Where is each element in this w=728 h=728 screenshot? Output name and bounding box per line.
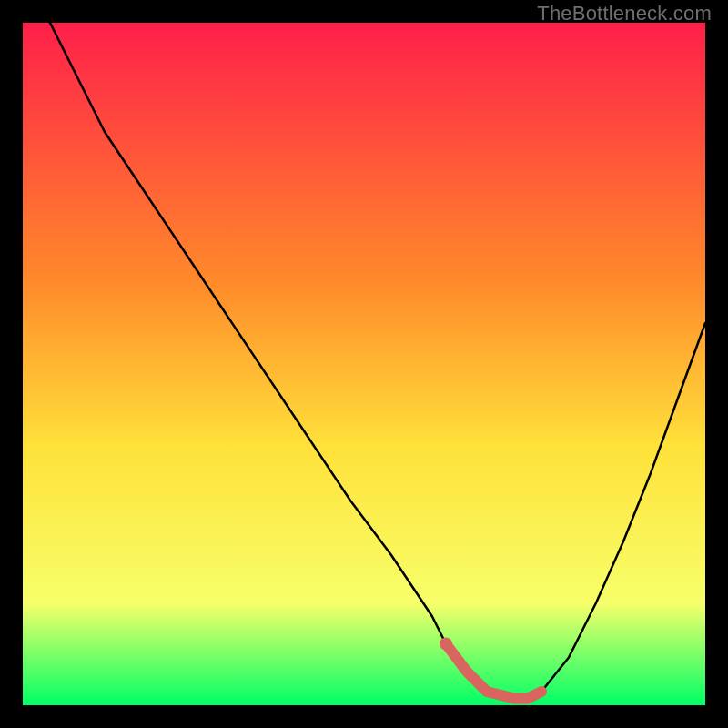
chart-frame: TheBottleneck.com xyxy=(0,0,728,728)
plot-svg xyxy=(23,23,705,705)
highlight-start-dot xyxy=(440,638,452,651)
plot-area xyxy=(23,23,705,705)
gradient-background xyxy=(23,23,705,705)
